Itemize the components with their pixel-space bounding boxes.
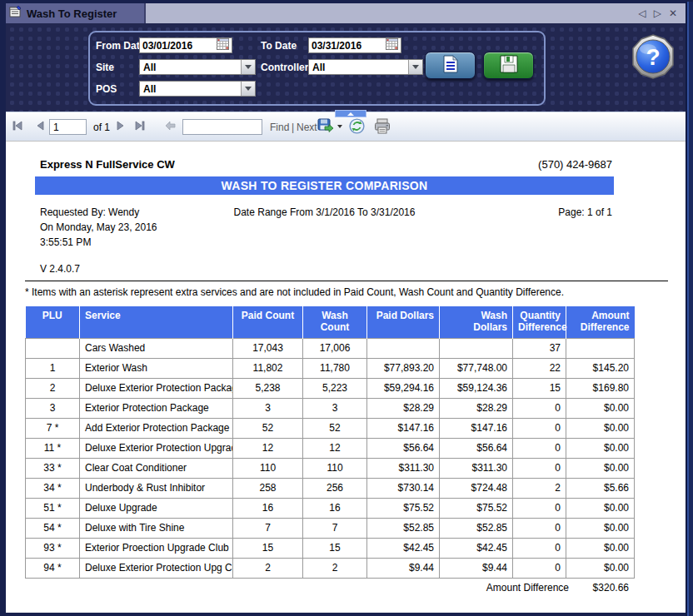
table-cell: 12 (303, 438, 367, 458)
table-cell: 258 (233, 478, 303, 498)
table-cell: $0.00 (566, 518, 635, 538)
find-link[interactable]: Find (270, 122, 289, 133)
nav-back-icon[interactable]: ◁ (638, 8, 646, 18)
table-cell: 0 (513, 538, 566, 558)
table-cell: $75.52 (367, 498, 440, 518)
export-dropdown-caret-icon[interactable] (337, 124, 343, 129)
table-cell: $147.16 (367, 418, 440, 438)
table-cell: 0 (513, 558, 566, 578)
table-cell: 0 (513, 418, 566, 438)
filter-panel: From Date 03/01/2016 (6, 23, 686, 112)
date-range: Date Range From 3/1/2016 To 3/31/2016 (35, 206, 614, 218)
table-row: 51 *Deluxe Upgrade1616$75.52$75.520$0.00 (26, 498, 635, 518)
floppy-disk-icon (499, 54, 519, 77)
report-document-icon (441, 54, 460, 77)
table-cell: Deluxe Exterior Protection Upgrade (80, 438, 233, 458)
table-row: 2Deluxe Exterior Protection Package5,238… (26, 378, 635, 398)
table-cell: $0.00 (566, 558, 635, 578)
from-date-input[interactable]: 03/01/2016 (139, 37, 232, 53)
table-cell: 11 * (26, 438, 80, 458)
export-icon[interactable] (317, 118, 334, 134)
asterisk-note: * Items with an asterisk represent extra… (25, 286, 564, 298)
chevron-down-icon[interactable] (241, 60, 255, 74)
save-button[interactable] (483, 52, 534, 79)
title-controls: ◁ ▷ ✕ (638, 3, 686, 23)
window-title: Wash To Register (27, 7, 117, 20)
nav-forward-icon[interactable]: ▷ (654, 8, 661, 18)
footer-label: Amount Difference (486, 582, 569, 594)
table-cell: $59,124.36 (440, 378, 513, 398)
column-header: Service (80, 306, 233, 338)
close-icon[interactable]: ✕ (669, 8, 677, 18)
table-cell: 11,802 (233, 358, 303, 378)
table-cell (367, 338, 440, 358)
previous-page-icon[interactable] (34, 119, 46, 132)
table-cell: Exterior Proection Upgrade Club (80, 538, 233, 558)
table-cell: 2 (513, 478, 566, 498)
last-page-icon[interactable] (133, 119, 147, 132)
table-cell: $730.14 (367, 478, 440, 498)
to-date-label: To Date (261, 40, 297, 52)
table-cell: $75.52 (440, 498, 513, 518)
site-dropdown[interactable]: All (139, 59, 256, 75)
table-cell: $311.30 (440, 458, 513, 478)
site-label: Site (96, 62, 114, 73)
run-report-button[interactable] (425, 52, 476, 79)
chevron-down-icon[interactable] (408, 60, 422, 74)
table-cell: 2 (26, 378, 80, 398)
table-cell: $77,893.20 (367, 358, 440, 378)
table-cell: Exterior Wash (80, 358, 233, 378)
table-cell: 17,006 (303, 338, 367, 358)
chevron-down-icon[interactable] (241, 82, 255, 96)
parent-report-icon[interactable] (164, 119, 177, 132)
table-cell: $311.30 (367, 458, 440, 478)
current-page-input[interactable] (49, 119, 87, 135)
column-header: Wash Dollars (440, 306, 513, 338)
pos-dropdown[interactable]: All (139, 81, 256, 97)
table-cell: 5,223 (303, 378, 367, 398)
next-page-icon[interactable] (115, 119, 127, 132)
print-icon[interactable] (374, 118, 391, 134)
collapse-up-icon (347, 112, 354, 116)
table-cell: 54 * (26, 518, 80, 538)
first-page-icon[interactable] (11, 119, 24, 132)
table-cell: $56.64 (367, 438, 440, 458)
column-header: Quantity Difference (513, 306, 566, 338)
table-row: 54 *Deluxe with Tire Shine77$52.85$52.85… (26, 518, 635, 538)
table-cell: 0 (513, 518, 566, 538)
table-cell: $0.00 (566, 538, 635, 558)
find-text-input[interactable] (182, 119, 262, 135)
table-cell: $724.48 (440, 478, 513, 498)
table-row: 11 *Deluxe Exterior Protection Upgrade12… (26, 438, 635, 458)
table-cell: 15 (513, 378, 566, 398)
table-cell: $9.44 (367, 558, 440, 578)
column-header: Paid Count (233, 306, 303, 338)
requested-date: On Monday, May 23, 2016 (40, 221, 157, 233)
refresh-icon[interactable] (349, 118, 365, 134)
table-cell: 0 (513, 398, 566, 418)
table-cell: 15 (233, 538, 303, 558)
controller-dropdown[interactable]: All (308, 59, 423, 75)
site-name: Express N FullService CW (40, 158, 175, 171)
table-cell: 0 (513, 438, 566, 458)
table-cell: $42.45 (367, 538, 440, 558)
table-cell: 94 * (26, 558, 80, 578)
table-cell: $9.44 (440, 558, 513, 578)
calendar-icon[interactable] (217, 38, 229, 52)
table-cell: $0.00 (566, 418, 635, 438)
table-cell: $56.64 (440, 438, 513, 458)
table-cell: Cars Washed (80, 338, 233, 358)
controller-label: Controller (261, 62, 308, 73)
form-icon (9, 5, 22, 22)
table-cell: 52 (233, 418, 303, 438)
next-link[interactable]: Next (297, 122, 317, 133)
table-cell: Clear Coat Conditioner (80, 458, 233, 478)
table-cell: Deluxe with Tire Shine (80, 518, 233, 538)
to-date-input[interactable]: 03/31/2016 (308, 37, 401, 53)
calendar-icon[interactable] (386, 38, 398, 52)
collapse-panel-handle[interactable] (335, 110, 366, 117)
help-button[interactable]: ? (630, 33, 676, 80)
table-cell: 110 (233, 458, 303, 478)
table-row: 34 *Underbody & Rust Inhibitor258256$730… (26, 478, 635, 498)
table-cell: 51 * (26, 498, 80, 518)
